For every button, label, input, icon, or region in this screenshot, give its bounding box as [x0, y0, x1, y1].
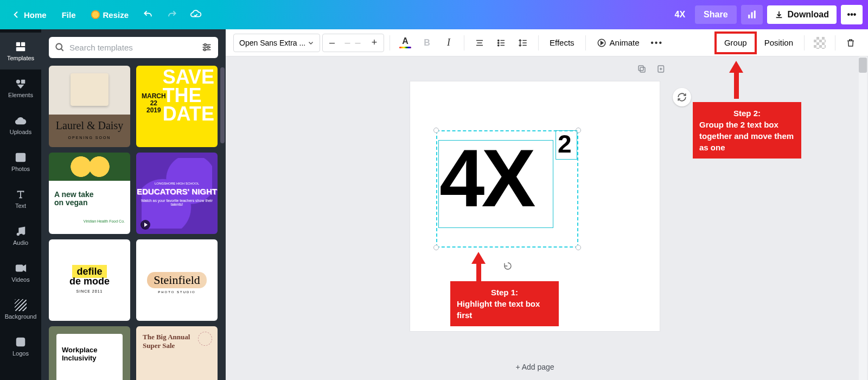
rail-label: Templates: [7, 55, 34, 61]
file-menu[interactable]: File: [55, 6, 82, 24]
thumb-sub: OPENING SOON: [68, 136, 111, 140]
svg-rect-40: [639, 66, 643, 71]
svg-point-30: [498, 45, 499, 46]
search-icon: [54, 42, 65, 53]
group-button[interactable]: Group: [714, 31, 757, 54]
thumb-year: 2019: [142, 107, 166, 114]
bold-button[interactable]: B: [417, 34, 437, 52]
font-family-select[interactable]: Open Sans Extra ...: [233, 34, 320, 52]
panel-scrollbar[interactable]: [220, 67, 225, 376]
position-button[interactable]: Position: [759, 34, 799, 52]
template-thumb[interactable]: Laurel & Daisy OPENING SOON: [49, 66, 130, 147]
list-button[interactable]: [492, 34, 511, 52]
align-icon: [475, 38, 484, 48]
redo-icon: [167, 9, 177, 20]
text-color-button[interactable]: A: [395, 34, 415, 52]
home-button[interactable]: Home: [5, 6, 53, 24]
align-button[interactable]: [470, 34, 489, 52]
transparency-icon: [814, 37, 826, 49]
list-icon: [496, 38, 506, 48]
rainbow-underline-icon: [399, 47, 411, 48]
undo-button[interactable]: [137, 4, 159, 26]
rail-text[interactable]: Text: [0, 180, 41, 217]
animate-icon: [597, 38, 607, 48]
rail-label: Elements: [8, 92, 33, 98]
effects-button[interactable]: Effects: [544, 34, 580, 52]
font-size-decrease[interactable]: –: [323, 34, 341, 52]
template-thumb[interactable]: SAVE THE DATE MARCH 22 2019: [136, 66, 218, 147]
svg-marker-38: [601, 41, 603, 45]
rail-videos[interactable]: Videos: [0, 254, 41, 291]
add-page-button[interactable]: [655, 63, 667, 75]
canvas-text-exponent[interactable]: 2: [558, 129, 572, 159]
rail-label: Text: [15, 202, 26, 209]
template-thumb[interactable]: A new take on vegan Viridian Health Food…: [49, 153, 130, 234]
rotate-handle[interactable]: [502, 261, 513, 271]
svg-rect-0: [748, 15, 750, 18]
filter-icon[interactable]: [201, 41, 213, 53]
rail-templates[interactable]: Templates: [0, 33, 41, 69]
editor-scrollbar[interactable]: [859, 56, 867, 380]
rail-elements[interactable]: Elements: [0, 69, 41, 106]
template-thumb[interactable]: The Big Annual Super Sale: [136, 326, 218, 380]
position-label: Position: [764, 38, 793, 47]
separator: [804, 35, 805, 50]
rail-photos[interactable]: Photos: [0, 143, 41, 180]
transparency-button[interactable]: [810, 34, 829, 52]
thumb-sub: PHOTO STUDIO: [158, 290, 196, 294]
resize-button[interactable]: Resize: [85, 6, 136, 24]
spacing-button[interactable]: [513, 34, 533, 52]
thumb-line2: de mode: [69, 276, 110, 287]
svg-marker-14: [23, 265, 26, 271]
insights-button[interactable]: [741, 5, 763, 24]
svg-point-24: [204, 49, 206, 51]
undo-icon: [143, 9, 154, 20]
selection-handle[interactable]: [433, 245, 439, 250]
font-size-value[interactable]: – –: [341, 34, 365, 52]
scroll-thumb[interactable]: [859, 58, 867, 73]
rail-audio[interactable]: Audio: [0, 217, 41, 254]
redo-button[interactable]: [161, 4, 183, 26]
font-size-group: – – – +: [322, 34, 384, 52]
anno-title: Step 1:: [457, 287, 552, 298]
italic-button[interactable]: I: [439, 34, 458, 52]
add-page-label: + Add page: [515, 363, 554, 371]
add-page-bar[interactable]: + Add page: [410, 358, 660, 376]
template-thumb[interactable]: LONGSHORE HIGH SCHOOL EDUCATORS' NIGHT W…: [136, 153, 218, 234]
font-size-increase[interactable]: +: [365, 34, 384, 52]
delete-button[interactable]: [841, 34, 860, 52]
scroll-thumb[interactable]: [220, 67, 225, 143]
cloud-sync-button[interactable]: [185, 4, 207, 26]
search-input[interactable]: [69, 43, 196, 52]
elements-icon: [15, 78, 27, 90]
context-toolbar: Open Sans Extra ... – – – + A B I: [226, 29, 868, 56]
animate-button[interactable]: Animate: [591, 34, 645, 52]
svg-point-12: [23, 232, 25, 235]
selection-handle[interactable]: [433, 128, 439, 133]
template-thumb[interactable]: Steinfield PHOTO STUDIO: [136, 239, 218, 321]
header-more-button[interactable]: •••: [841, 5, 863, 24]
canvas-text-main[interactable]: 4X: [439, 131, 532, 225]
bar-chart-icon: [747, 10, 757, 20]
rail-background[interactable]: Background: [0, 291, 41, 328]
toolbar-more-button[interactable]: •••: [647, 34, 667, 52]
template-thumb[interactable]: defilede mode SINCE 2011: [49, 239, 130, 321]
rail-uploads[interactable]: Uploads: [0, 106, 41, 143]
annotation-step1: Step 1: Highlight the text box first: [450, 281, 559, 326]
resize-label: Resize: [103, 10, 129, 20]
rail-logos[interactable]: CO. Logos: [0, 328, 41, 365]
download-button[interactable]: Download: [767, 5, 837, 24]
thumb-title: Steinfield: [154, 273, 200, 287]
share-button[interactable]: Share: [695, 5, 736, 24]
selection-handle[interactable]: [576, 245, 581, 250]
templates-panel: Laurel & Daisy OPENING SOON SAVE THE DAT…: [41, 29, 226, 380]
download-label: Download: [788, 10, 829, 20]
svg-rect-39: [640, 67, 645, 72]
thumb-sub: Watch as your favorite teachers show the…: [136, 199, 218, 206]
regenerate-button[interactable]: [673, 88, 691, 106]
svg-point-23: [207, 46, 209, 48]
anno-title: Step 2:: [699, 107, 795, 119]
template-thumb[interactable]: Workplace Inclusivity: [49, 326, 130, 380]
zoom-indicator[interactable]: 4X: [669, 5, 691, 24]
duplicate-page-button[interactable]: [636, 63, 648, 75]
